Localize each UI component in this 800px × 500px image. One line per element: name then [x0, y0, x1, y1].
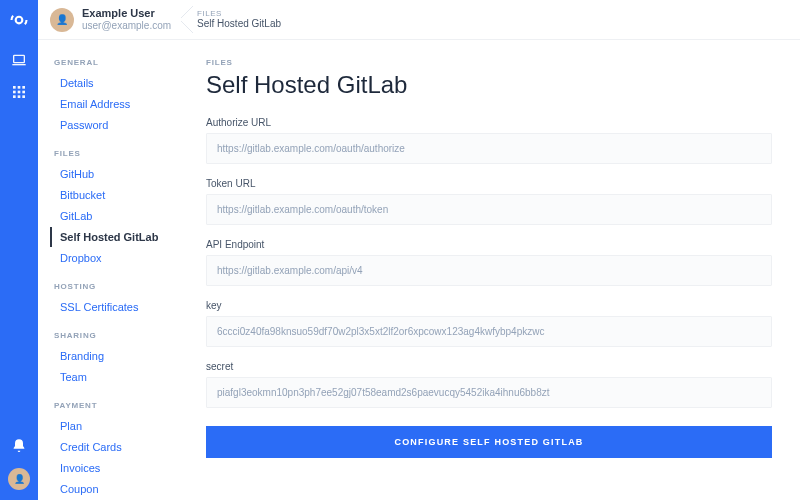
sidebar-item[interactable]: Coupon — [50, 479, 178, 499]
sidebar-item[interactable]: Email Address — [50, 94, 178, 114]
sidebar-item[interactable]: Plan — [50, 416, 178, 436]
text-input[interactable] — [206, 255, 772, 286]
sidebar-item[interactable]: Bitbucket — [50, 185, 178, 205]
field-label: key — [206, 300, 772, 311]
sidebar-item[interactable]: GitLab — [50, 206, 178, 226]
sidebar-item[interactable]: Branding — [50, 346, 178, 366]
sidebar-group-heading: SHARING — [54, 331, 178, 340]
sidebar-group-heading: PAYMENT — [54, 401, 178, 410]
sidebar-item[interactable]: Invoices — [50, 458, 178, 478]
laptop-icon[interactable] — [11, 52, 27, 68]
content-area: FILES Self Hosted GitLab Authorize URLTo… — [178, 40, 800, 500]
nav-rail: 👤 — [0, 0, 38, 500]
sidebar-item[interactable]: Self Hosted GitLab — [50, 227, 178, 247]
svg-rect-10 — [22, 95, 25, 98]
text-input[interactable] — [206, 133, 772, 164]
sidebar-item[interactable]: SSL Certificates — [50, 297, 178, 317]
sidebar-item[interactable]: Dropbox — [50, 248, 178, 268]
field-label: Authorize URL — [206, 117, 772, 128]
page-eyebrow: FILES — [206, 58, 772, 67]
settings-sidebar: GENERALDetailsEmail AddressPasswordFILES… — [38, 40, 178, 500]
svg-rect-1 — [14, 55, 25, 62]
sidebar-item[interactable]: GitHub — [50, 164, 178, 184]
sidebar-item[interactable]: Password — [50, 115, 178, 135]
svg-rect-2 — [13, 86, 16, 89]
sidebar-group-heading: GENERAL — [54, 58, 178, 67]
sidebar-item[interactable]: Credit Cards — [50, 437, 178, 457]
sidebar-item[interactable]: Details — [50, 73, 178, 93]
page-title: Self Hosted GitLab — [206, 71, 772, 99]
svg-rect-4 — [22, 86, 25, 89]
svg-rect-5 — [13, 91, 16, 94]
svg-rect-8 — [13, 95, 16, 98]
sidebar-group-heading: FILES — [54, 149, 178, 158]
sidebar-item[interactable]: Team — [50, 367, 178, 387]
text-input[interactable] — [206, 194, 772, 225]
breadcrumb-section: FILES — [197, 9, 281, 19]
field-label: Token URL — [206, 178, 772, 189]
breadcrumb[interactable]: FILES Self Hosted GitLab — [187, 5, 295, 35]
user-name: Example User — [82, 7, 171, 20]
rail-avatar[interactable]: 👤 — [8, 468, 30, 490]
svg-rect-3 — [18, 86, 21, 89]
user-block: Example User user@example.com — [82, 7, 171, 32]
svg-rect-9 — [18, 95, 21, 98]
user-email: user@example.com — [82, 20, 171, 32]
svg-rect-7 — [22, 91, 25, 94]
topbar: 👤 Example User user@example.com FILES Se… — [38, 0, 800, 40]
svg-rect-6 — [18, 91, 21, 94]
app-logo-icon[interactable] — [9, 10, 29, 30]
field-label: API Endpoint — [206, 239, 772, 250]
text-input[interactable] — [206, 316, 772, 347]
configure-button[interactable]: Configure Self Hosted GitLab — [206, 426, 772, 458]
bell-icon[interactable] — [11, 438, 27, 454]
grid-icon[interactable] — [11, 84, 27, 100]
breadcrumb-page: Self Hosted GitLab — [197, 18, 281, 30]
field-label: secret — [206, 361, 772, 372]
text-input[interactable] — [206, 377, 772, 408]
sidebar-group-heading: HOSTING — [54, 282, 178, 291]
svg-point-0 — [16, 17, 23, 24]
user-avatar[interactable]: 👤 — [50, 8, 74, 32]
